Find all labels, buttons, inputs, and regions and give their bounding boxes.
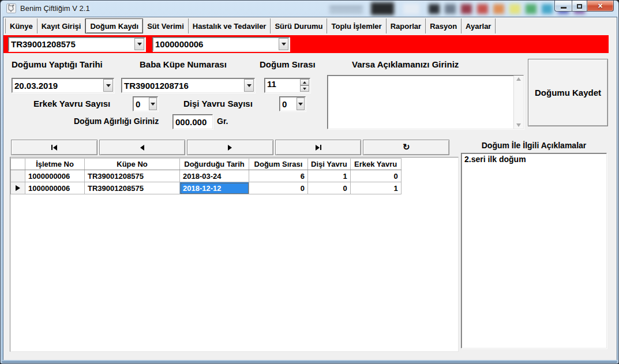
- note-textarea[interactable]: [327, 75, 524, 129]
- grid-header-isletme-no[interactable]: İşletme No: [25, 159, 85, 170]
- grid-cell[interactable]: 0: [249, 182, 308, 194]
- note-scrollbar[interactable]: [513, 76, 523, 129]
- female-count-value: 0: [280, 99, 296, 109]
- tab-raporlar[interactable]: Raporlar: [387, 18, 426, 33]
- birth-records-grid: İşletme No Küpe No Doğurduğu Tarih Doğum…: [10, 157, 459, 352]
- grid-header-erkek-yavru[interactable]: Erkek Yavru: [350, 159, 401, 170]
- birth-order-value: 11: [265, 78, 299, 92]
- birth-date-picker[interactable]: 20.03.2019: [12, 78, 114, 93]
- father-tag-combobox[interactable]: TR39001208716: [121, 78, 255, 93]
- grid-cell[interactable]: 1000000006: [25, 170, 85, 182]
- female-count-dropdown-icon[interactable]: [297, 97, 305, 110]
- ear-tag-combobox[interactable]: TR39001208575: [8, 37, 145, 51]
- grid-cell[interactable]: 0: [308, 182, 351, 194]
- nav-prior-button[interactable]: [99, 140, 186, 155]
- scroll-up-icon[interactable]: [516, 77, 521, 81]
- grid-cell[interactable]: TR39001208575: [85, 182, 180, 194]
- birth-date-dropdown-icon[interactable]: [103, 79, 113, 92]
- birth-order-spinner[interactable]: 11: [264, 78, 310, 93]
- table-row: 1000000006 TR39001208575 2018-03-24 6 1 …: [11, 170, 402, 182]
- record-navigator: ↻: [11, 140, 449, 155]
- nav-next-button[interactable]: [187, 140, 273, 155]
- note-label: Varsa Açıklamanızı Giriniz: [352, 59, 459, 69]
- father-tag-value: TR39001208716: [122, 81, 243, 91]
- note-value: [328, 76, 513, 129]
- grid-cell[interactable]: 1: [308, 170, 351, 182]
- weight-input[interactable]: 000.000: [172, 114, 213, 129]
- notes-panel-title: Doğum İle İlgili Açıklamalar: [461, 141, 607, 150]
- window-bottom-frame: [2, 360, 617, 363]
- grid-cell[interactable]: 1: [350, 182, 401, 194]
- minimize-icon: [561, 7, 567, 9]
- maximize-icon: [577, 4, 582, 9]
- nav-prior-icon: [140, 145, 144, 151]
- nav-refresh-button[interactable]: ↻: [363, 140, 449, 155]
- tab-suru-durumu[interactable]: Sürü Durumu: [271, 18, 327, 33]
- grid-selector-header: [11, 159, 25, 170]
- app-window: Benim Çiftliğim V 2.1 × Künye Kayıt Giri…: [0, 0, 619, 364]
- title-bar[interactable]: Benim Çiftliğim V 2.1 ×: [1, 1, 618, 17]
- nav-first-button[interactable]: [11, 140, 97, 155]
- close-icon: ×: [598, 2, 602, 10]
- birth-order-up-icon[interactable]: [300, 79, 309, 85]
- female-count-label: Dişi Yavru Sayısı: [183, 99, 253, 108]
- birth-date-label: Doğumu Yaptığı Tarihi: [12, 59, 103, 69]
- nav-next-icon: [228, 145, 232, 151]
- grid-header-disi-yavru[interactable]: Dişi Yavru: [308, 159, 351, 170]
- grid-header-dogum-sirasi[interactable]: Doğum Sırası: [249, 159, 308, 170]
- grid-header-kupe-no[interactable]: Küpe No: [85, 159, 180, 170]
- close-button[interactable]: ×: [587, 1, 614, 12]
- minimize-button[interactable]: [554, 1, 572, 12]
- nav-first-icon: [51, 145, 52, 150]
- nav-refresh-icon: ↻: [403, 142, 410, 151]
- ear-tag-dropdown-icon[interactable]: [134, 38, 144, 50]
- tab-dogum-kaydi[interactable]: Doğum Kaydı: [85, 18, 143, 33]
- client-area: Künye Kayıt Girişi Doğum Kaydı Süt Verim…: [3, 17, 617, 361]
- tab-toplu-islemler[interactable]: Toplu İşlemler: [327, 18, 386, 33]
- grid-cell[interactable]: 2018-03-24: [180, 170, 249, 182]
- female-count-combobox[interactable]: 0: [279, 96, 306, 111]
- grid-header-row: İşletme No Küpe No Doğurduğu Tarih Doğum…: [11, 159, 402, 170]
- app-icon: [6, 3, 16, 13]
- selection-bar: TR39001208575 1000000006: [3, 35, 609, 53]
- tab-hastalik-ve-tedaviler[interactable]: Hastalık ve Tedaviler: [189, 18, 271, 33]
- weight-label: Doğum Ağırlığı Giriniz: [74, 117, 159, 126]
- tab-ayarlar[interactable]: Ayarlar: [462, 18, 496, 33]
- male-count-value: 0: [133, 99, 148, 109]
- row-selector[interactable]: [11, 170, 25, 182]
- tab-sut-verimi[interactable]: Süt Verimi: [143, 18, 189, 33]
- save-birth-button[interactable]: Doğumu Kaydet: [528, 59, 608, 126]
- father-tag-label: Baba Küpe Numarası: [140, 59, 227, 69]
- grid-cell[interactable]: 1000000006: [25, 182, 85, 194]
- grid-header-dogurdugu-tarih[interactable]: Doğurduğu Tarih: [180, 159, 249, 170]
- tab-kunye[interactable]: Künye: [5, 18, 37, 33]
- window-title: Benim Çiftliğim V 2.1: [20, 4, 90, 13]
- weight-unit-label: Gr.: [217, 117, 228, 126]
- grid-cell[interactable]: TR39001208575: [85, 170, 180, 182]
- farm-no-combobox[interactable]: 1000000006: [152, 37, 290, 51]
- grid-cell[interactable]: 0: [350, 170, 401, 182]
- farm-no-dropdown-icon[interactable]: [279, 38, 288, 50]
- save-birth-button-label: Doğumu Kaydet: [535, 88, 601, 97]
- birth-order-down-icon[interactable]: [300, 85, 309, 92]
- ear-tag-value: TR39001208575: [9, 39, 134, 49]
- nav-last-button[interactable]: [275, 140, 362, 155]
- grid-cell[interactable]: 6: [249, 170, 308, 182]
- father-tag-dropdown-icon[interactable]: [244, 79, 254, 92]
- grid-cell-selected[interactable]: 2018-12-12: [180, 182, 249, 194]
- row-selector[interactable]: [11, 182, 25, 194]
- maximize-button[interactable]: [572, 1, 587, 12]
- tab-rasyon[interactable]: Rasyon: [426, 18, 462, 33]
- male-count-combobox[interactable]: 0: [133, 96, 158, 111]
- table-row-current: 1000000006 TR39001208575 2018-12-12 0 0 …: [11, 182, 402, 194]
- current-row-icon: [16, 185, 20, 191]
- tab-bar: Künye Kayıt Girişi Doğum Kaydı Süt Verim…: [5, 18, 615, 33]
- notes-textarea[interactable]: 2.seri ilk doğum: [461, 153, 607, 348]
- weight-value: 000.000: [173, 117, 212, 127]
- tab-kayit-girisi[interactable]: Kayıt Girişi: [37, 18, 86, 33]
- male-count-label: Erkek Yavru Sayısı: [33, 99, 110, 108]
- scroll-down-icon[interactable]: [516, 123, 521, 127]
- male-count-dropdown-icon[interactable]: [149, 97, 157, 110]
- nav-last-icon: [316, 145, 320, 151]
- farm-no-value: 1000000006: [153, 39, 278, 49]
